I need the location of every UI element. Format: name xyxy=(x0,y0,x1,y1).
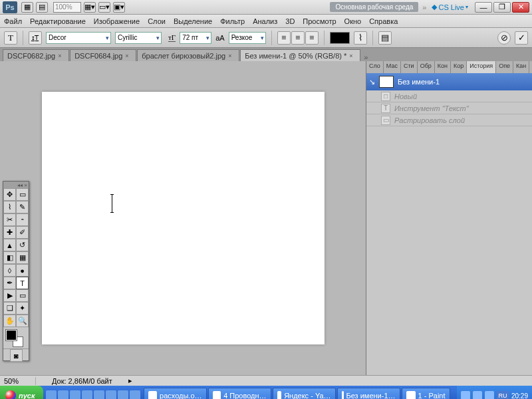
start-button[interactable]: пуск xyxy=(0,386,43,399)
brush-tool[interactable]: ✐ xyxy=(16,226,29,239)
close-button[interactable]: ✕ xyxy=(512,2,529,13)
commit-edits-button[interactable]: ✓ xyxy=(515,31,528,45)
menu-select[interactable]: Выделение xyxy=(174,17,212,25)
font-style-dropdown[interactable]: Cyrillic xyxy=(115,32,162,44)
tray-icon[interactable] xyxy=(461,391,470,399)
move-tool[interactable]: ✥ xyxy=(3,188,16,201)
document-tab[interactable]: DSCF0684.jpg× xyxy=(70,49,136,61)
panel-tab[interactable]: Кан xyxy=(513,61,529,73)
quick-launch-icon[interactable] xyxy=(58,390,68,399)
document-tab-active[interactable]: Без имени-1 @ 50% (RGB/8) *× xyxy=(240,49,360,61)
maximize-button[interactable]: ❐ xyxy=(493,2,511,13)
arrange-icon[interactable]: ▭▾ xyxy=(98,2,110,13)
menu-view[interactable]: Просмотр xyxy=(303,17,336,25)
screen-mode-icon[interactable]: ▣▾ xyxy=(113,2,125,13)
3d-camera-tool[interactable]: ✦ xyxy=(16,302,29,315)
close-icon[interactable]: × xyxy=(125,53,132,59)
view-extras-icon[interactable]: ▦▾ xyxy=(84,2,96,13)
workspace-switcher[interactable]: Основная рабочая среда xyxy=(330,2,418,12)
taskbar-item[interactable]: 4 Проводн… xyxy=(208,388,271,399)
panel-tab-history[interactable]: История xyxy=(467,61,496,73)
menu-window[interactable]: Окно xyxy=(344,17,362,25)
shape-tool[interactable]: ▭ xyxy=(16,289,29,302)
pen-tool[interactable]: ✒ xyxy=(3,277,16,289)
panel-tab[interactable]: Мас xyxy=(384,61,401,73)
panel-tab[interactable]: Кор xyxy=(451,61,467,73)
menu-image[interactable]: Изображение xyxy=(94,17,140,25)
close-icon[interactable]: × xyxy=(58,53,65,59)
quick-launch-icon[interactable] xyxy=(94,390,104,399)
minimize-button[interactable]: — xyxy=(475,2,492,13)
character-panel-toggle[interactable]: ▤ xyxy=(378,31,392,45)
panel-tab[interactable]: Сло xyxy=(366,61,384,73)
tool-preset-picker[interactable]: T xyxy=(4,31,17,45)
history-snapshot[interactable]: ↘ Без имени-1 xyxy=(366,73,532,90)
menu-help[interactable]: Справка xyxy=(369,17,398,25)
panel-tab[interactable]: Обр xyxy=(418,61,435,73)
close-icon[interactable]: × xyxy=(349,53,356,59)
taskbar-item[interactable]: 1 - Paint xyxy=(402,388,450,399)
tab-overflow-icon[interactable]: » xyxy=(361,53,370,61)
gradient-tool[interactable]: ▦ xyxy=(16,251,29,264)
quick-launch-icon[interactable] xyxy=(130,390,140,399)
blur-tool[interactable]: ◊ xyxy=(3,264,16,277)
font-family-dropdown[interactable]: Decor xyxy=(46,32,111,44)
3d-tool[interactable]: ❑ xyxy=(3,302,16,315)
panel-tab[interactable]: Опе xyxy=(496,61,513,73)
cancel-edits-button[interactable]: ⊘ xyxy=(497,31,511,45)
document-tab[interactable]: браслет бирюзовый2.jpg× xyxy=(137,49,239,61)
quick-launch-icon[interactable] xyxy=(46,390,57,399)
menu-analysis[interactable]: Анализ xyxy=(253,17,277,25)
panel-tab[interactable]: Цвет xyxy=(529,61,532,73)
document-tab[interactable]: DSCF0682.jpg× xyxy=(3,49,69,61)
antialias-dropdown[interactable]: Резкое xyxy=(229,32,266,44)
panel-tab[interactable]: Сти xyxy=(401,61,418,73)
lasso-tool[interactable]: ⌇ xyxy=(3,201,16,213)
quick-mask-toggle[interactable]: ◙ xyxy=(10,349,23,362)
language-indicator[interactable]: RU xyxy=(497,391,509,399)
palette-grip[interactable]: ◂◂ × xyxy=(3,182,29,188)
status-zoom[interactable]: 50% xyxy=(4,377,36,385)
hand-tool[interactable]: ✋ xyxy=(3,315,16,327)
history-state[interactable]: □Новый xyxy=(366,90,532,102)
history-state[interactable]: TИнструмент "Текст" xyxy=(366,102,532,114)
align-left-button[interactable]: ≡ xyxy=(277,31,291,45)
status-arrow-icon[interactable]: ▸ xyxy=(128,376,132,385)
clock[interactable]: 20:29 xyxy=(511,392,528,400)
taskbar-item[interactable]: Яндекс - Ya… xyxy=(273,388,336,399)
cslive-button[interactable]: ◆CS Live▾ xyxy=(432,3,468,11)
text-color-swatch[interactable] xyxy=(330,32,350,44)
taskbar-item[interactable]: расходы.о… xyxy=(144,388,207,399)
foreground-color[interactable] xyxy=(6,330,17,340)
quick-select-tool[interactable]: ✎ xyxy=(16,201,29,213)
quick-launch-icon[interactable] xyxy=(106,390,116,399)
stamp-tool[interactable]: ▲ xyxy=(3,239,16,251)
color-swatches[interactable] xyxy=(3,327,29,348)
font-size-dropdown[interactable]: 72 пт xyxy=(180,32,211,44)
taskbar-item[interactable]: Без имени-1… xyxy=(337,388,400,399)
menu-file[interactable]: Файл xyxy=(4,17,22,25)
quick-launch-icon[interactable] xyxy=(82,390,92,399)
panel-tab[interactable]: Кон xyxy=(435,61,451,73)
orientation-toggle[interactable]: ɪ̲T̲ xyxy=(29,31,42,45)
menu-filter[interactable]: Фильтр xyxy=(220,17,245,25)
marquee-tool[interactable]: ▭ xyxy=(16,188,29,201)
align-center-button[interactable]: ≡ xyxy=(291,31,305,45)
zoom-tool[interactable]: 🔍 xyxy=(16,315,29,327)
menu-edit[interactable]: Редактирование xyxy=(30,17,86,25)
dodge-tool[interactable]: ● xyxy=(16,264,29,277)
menu-3d[interactable]: 3D xyxy=(285,17,295,25)
canvas-area[interactable]: ◂◂ × ✥ ▭ ⌇ ✎ ✂ ⁃ ✚ ✐ ▲ ↺ ◧ ▦ ◊ ● ✒ T ▶ ▭ xyxy=(0,61,366,375)
zoom-field[interactable]: 100% xyxy=(53,2,81,13)
chevron-right-icon[interactable]: » xyxy=(422,3,426,11)
tray-icon[interactable] xyxy=(485,391,494,399)
eyedropper-tool[interactable]: ⁃ xyxy=(16,213,29,226)
close-icon[interactable]: × xyxy=(228,53,235,59)
minibridge-icon[interactable]: ▤ xyxy=(36,2,48,13)
quick-launch-icon[interactable] xyxy=(70,390,80,399)
type-tool[interactable]: T xyxy=(16,277,29,289)
bridge-icon[interactable]: ▦ xyxy=(21,2,33,13)
history-state[interactable]: ▭Растрировать слой xyxy=(366,114,532,126)
healing-tool[interactable]: ✚ xyxy=(3,226,16,239)
path-select-tool[interactable]: ▶ xyxy=(3,289,16,302)
